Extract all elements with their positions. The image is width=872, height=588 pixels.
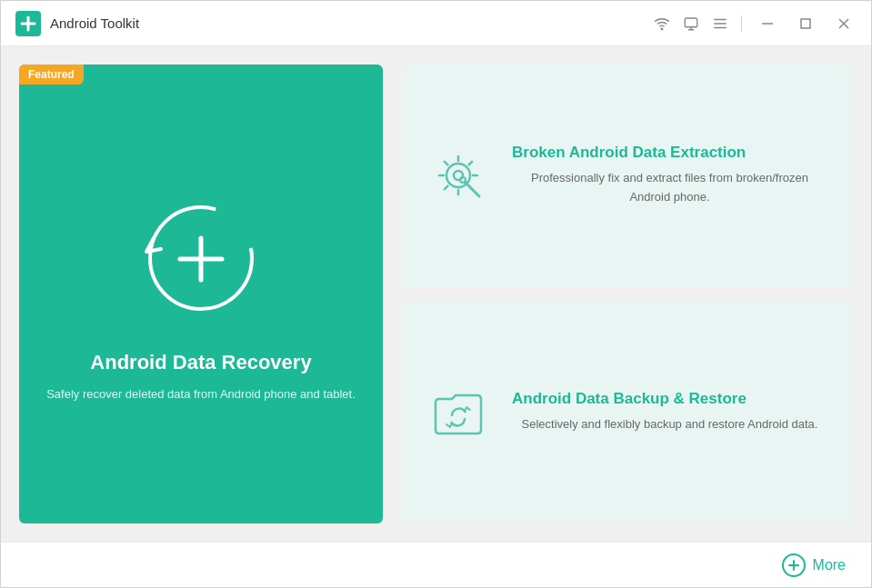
minimize-button[interactable] [755,11,780,36]
right-panel: Broken Android Data Extraction Professio… [401,65,853,523]
broken-extraction-icon [426,144,490,207]
featured-badge: Featured [19,65,84,85]
menu-icon[interactable] [712,15,728,32]
broken-extraction-desc: Professionally fix and extract files fro… [512,169,827,207]
maximize-button[interactable] [793,11,818,36]
title-bar-right [654,11,857,36]
feedback-icon[interactable] [683,15,699,32]
featured-title: Android Data Recovery [90,351,311,374]
recovery-icon [128,184,274,329]
more-button[interactable]: More [782,553,846,577]
app-window: Android Toolkit [0,0,872,588]
app-title: Android Toolkit [50,15,139,31]
backup-restore-card[interactable]: Android Data Backup & Restore Selectivel… [401,302,853,524]
app-logo-icon [15,11,41,36]
title-bar: Android Toolkit [1,1,871,46]
backup-restore-icon [426,381,490,444]
footer: More [1,542,871,587]
broken-extraction-card[interactable]: Broken Android Data Extraction Professio… [401,65,853,287]
broken-extraction-text: Broken Android Data Extraction Professio… [512,144,827,207]
svg-point-1 [661,28,663,30]
featured-description: Safely recover deleted data from Android… [19,385,383,404]
title-divider [741,15,742,32]
svg-rect-7 [801,19,810,28]
svg-rect-2 [685,18,697,27]
main-content: Featured Android Data Recovery Safely re… [1,46,871,542]
broken-extraction-title: Broken Android Data Extraction [512,144,827,162]
more-circle-icon [782,553,806,577]
more-label: More [813,557,846,573]
close-button[interactable] [831,11,857,36]
backup-restore-title: Android Data Backup & Restore [512,390,827,408]
title-bar-left: Android Toolkit [15,11,139,36]
wifi-icon[interactable] [654,15,670,32]
backup-restore-desc: Selectively and flexibly backup and rest… [512,415,827,434]
featured-panel[interactable]: Featured Android Data Recovery Safely re… [19,65,383,523]
backup-restore-text: Android Data Backup & Restore Selectivel… [512,390,827,434]
svg-point-14 [460,177,466,183]
